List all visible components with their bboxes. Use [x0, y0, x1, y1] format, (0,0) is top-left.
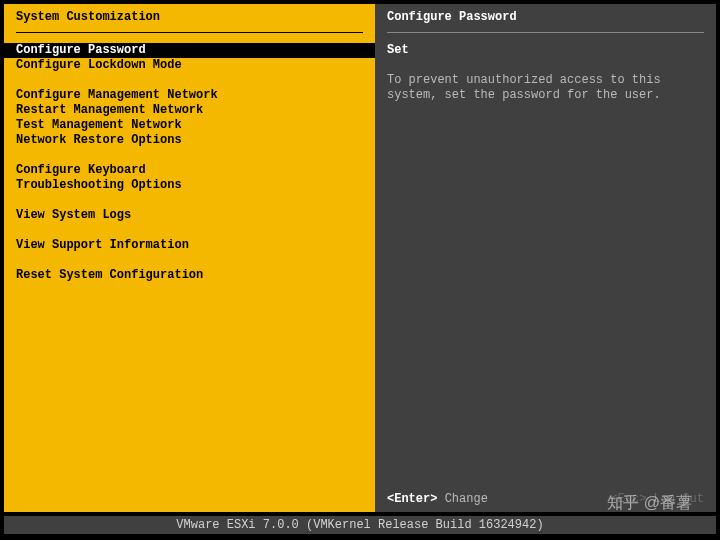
- key-label: <Enter>: [387, 492, 437, 506]
- menu-item[interactable]: Configure Keyboard: [4, 163, 375, 178]
- key-action: Change: [445, 492, 488, 506]
- status-bar: VMware ESXi 7.0.0 (VMKernel Release Buil…: [4, 516, 716, 534]
- key-action: Log Out: [654, 492, 704, 506]
- detail-body: To prevent unauthorized access to this s…: [387, 73, 704, 103]
- menu-gap: [4, 253, 375, 268]
- menu-gap: [4, 73, 375, 88]
- hint-enter: <Enter> Change: [387, 492, 488, 506]
- left-panel: System Customization Configure PasswordC…: [4, 4, 375, 512]
- menu-item[interactable]: Network Restore Options: [4, 133, 375, 148]
- menu-item[interactable]: Configure Management Network: [4, 88, 375, 103]
- divider: [16, 32, 363, 33]
- menu-item[interactable]: Configure Password: [4, 43, 375, 58]
- menu-item[interactable]: Configure Lockdown Mode: [4, 58, 375, 73]
- menu-gap: [4, 148, 375, 163]
- right-panel-title: Configure Password: [375, 4, 716, 28]
- divider: [387, 32, 704, 33]
- menu-item[interactable]: View Support Information: [4, 238, 375, 253]
- menu-item[interactable]: Reset System Configuration: [4, 268, 375, 283]
- menu-item[interactable]: Test Management Network: [4, 118, 375, 133]
- left-panel-title: System Customization: [4, 4, 375, 28]
- hint-esc: <Esc> Log Out: [610, 492, 704, 506]
- hint-bar: <Enter> Change <Esc> Log Out: [375, 488, 716, 512]
- key-label: <Esc>: [610, 492, 646, 506]
- menu-gap: [4, 223, 375, 238]
- detail-heading: Set: [387, 43, 704, 58]
- menu-item[interactable]: View System Logs: [4, 208, 375, 223]
- menu-item[interactable]: Troubleshooting Options: [4, 178, 375, 193]
- menu-list: Configure PasswordConfigure Lockdown Mod…: [4, 43, 375, 283]
- menu-gap: [4, 193, 375, 208]
- right-panel: Configure Password Set To prevent unauth…: [375, 4, 716, 512]
- menu-item[interactable]: Restart Management Network: [4, 103, 375, 118]
